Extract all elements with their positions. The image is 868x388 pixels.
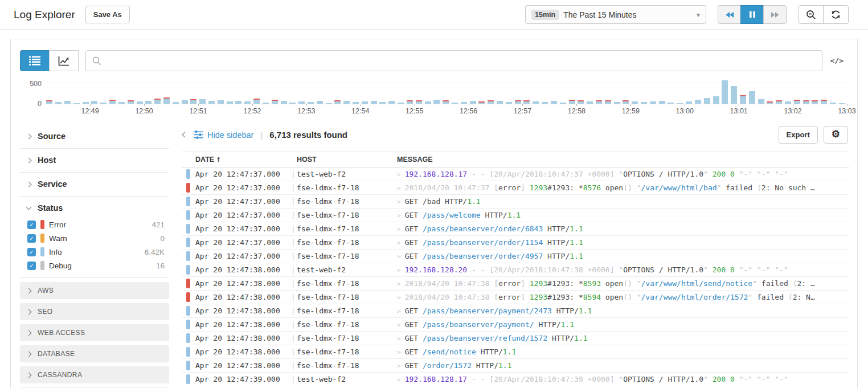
facet-group-seo[interactable]: SEO (20, 303, 169, 320)
log-row[interactable]: Apr 20 12:47:38.000|fse-ldmx-f7-18>GET /… (182, 345, 849, 359)
histogram-bar (180, 80, 189, 104)
facet-group-cassandra[interactable]: CASSANDRA (20, 366, 169, 383)
log-row[interactable]: Apr 20 12:47:38.000|fse-ldmx-f7-18>GET /… (182, 359, 849, 373)
log-table: DATE↑ HOST MESSAGE Apr 20 12:47:37.000|t… (182, 152, 849, 386)
expand-chevron-icon: > (397, 226, 401, 233)
message-token: [ (494, 183, 498, 192)
histogram-bar (406, 80, 415, 104)
log-row[interactable]: Apr 20 12:47:38.000|fse-ldmx-f7-18>2018/… (182, 277, 849, 291)
message-token: "-" "-" "-" (739, 375, 788, 383)
chevron-right-icon (26, 309, 32, 315)
histogram-bar (459, 80, 468, 104)
facet-status[interactable]: Status (20, 197, 169, 218)
log-row[interactable]: Apr 20 12:47:39.000|test-web-f2>192.168.… (182, 373, 849, 386)
log-row[interactable]: Apr 20 12:47:37.000|fse-ldmx-f7-18>GET /… (182, 209, 849, 222)
rewind-button[interactable] (718, 5, 741, 24)
checkbox-checked[interactable]: ✓ (27, 234, 36, 243)
log-message: >GET /bad HTTP/1.1 (397, 197, 849, 206)
log-row[interactable]: Apr 20 12:47:37.000|fse-ldmx-f7-18>GET /… (182, 222, 849, 236)
log-row[interactable]: Apr 20 12:47:37.000|fse-ldmx-f7-18>GET /… (182, 236, 849, 250)
histogram-bars[interactable] (45, 80, 847, 104)
time-range-select[interactable]: 15min The Past 15 Minutes ▾ (525, 5, 706, 24)
message-token: 1.1 (503, 348, 516, 356)
checkbox-checked[interactable]: ✓ (27, 220, 36, 229)
status-indicator-cell (182, 224, 195, 234)
status-item-error[interactable]: ✓Error421 (20, 218, 169, 231)
status-item-debug[interactable]: ✓Debug16 (20, 259, 169, 272)
status-item-warn[interactable]: ✓Warn0 (20, 231, 169, 245)
message-token: GET /bad HTTP/ (405, 197, 468, 206)
pause-button[interactable] (740, 5, 764, 24)
log-row[interactable]: Apr 20 12:47:38.000|test-web-f2>192.168.… (182, 263, 849, 277)
info-bar-segment (227, 101, 233, 104)
save-as-button[interactable]: Save As (85, 6, 130, 23)
histogram-plot (45, 80, 847, 104)
log-row[interactable]: Apr 20 12:47:38.000|fse-ldmx-f7-18>GET /… (182, 318, 849, 332)
message-token: ( (788, 293, 793, 301)
log-row[interactable]: Apr 20 12:47:37.000|fse-ldmx-f7-18>2018/… (182, 181, 849, 195)
log-message: >GET /order/1572 HTTP/1.1 (397, 361, 849, 370)
log-row[interactable]: Apr 20 12:47:37.000|fse-ldmx-f7-18>GET /… (182, 250, 849, 263)
status-count: 0 (160, 234, 165, 243)
facet-service[interactable]: Service (20, 173, 169, 197)
histogram-bar (711, 80, 720, 104)
search-input[interactable] (106, 56, 816, 66)
zoom-refresh-group (798, 5, 849, 24)
histogram-bar (522, 80, 531, 104)
checkbox-checked[interactable]: ✓ (27, 248, 36, 256)
message-token: failed (757, 279, 793, 288)
message-token: ] (521, 183, 525, 192)
chevron-down-icon: ▾ (697, 11, 700, 19)
log-histogram: 500 0 12:4912:5012:5112:5212:5312:5412:5… (19, 80, 847, 118)
export-button[interactable]: Export (779, 126, 818, 144)
log-row[interactable]: Apr 20 12:47:38.000|fse-ldmx-f7-18>2018/… (182, 291, 849, 304)
info-bar-segment (388, 101, 395, 104)
zoom-out-button[interactable] (798, 5, 824, 24)
histogram-bar (162, 80, 171, 104)
log-row[interactable]: Apr 20 12:47:37.000|fse-ldmx-f7-18>GET /… (182, 195, 849, 209)
info-bar-segment (478, 103, 485, 104)
log-row[interactable]: Apr 20 12:47:38.000|fse-ldmx-f7-18>GET /… (182, 332, 849, 345)
facet-group-web-access[interactable]: WEB ACCESS (20, 324, 169, 341)
histogram-bar (838, 80, 847, 104)
x-axis-tick (415, 104, 415, 106)
message-token: #1293: (547, 183, 579, 192)
facet-group-database[interactable]: DATABASE (20, 345, 169, 362)
facet-source[interactable]: Source (20, 125, 169, 149)
refresh-button[interactable] (823, 5, 849, 24)
status-indicator-cell (182, 251, 195, 261)
hide-sidebar-link[interactable]: Hide sidebar (194, 130, 253, 140)
log-row[interactable]: Apr 20 12:47:37.000|test-web-f2>192.168.… (182, 168, 849, 181)
status-item-info[interactable]: ✓Info6.42K (20, 245, 169, 259)
info-bar-segment (758, 99, 764, 104)
search-row: </> (20, 50, 848, 71)
collapse-sidebar-chevron-icon[interactable] (182, 132, 188, 138)
facet-host[interactable]: Host (20, 149, 169, 173)
column-header-date[interactable]: DATE↑ (195, 156, 291, 164)
list-view-toggle[interactable] (20, 50, 50, 71)
message-token: /pass/beanserver/payment/ (423, 320, 534, 329)
message-token: 8593 (583, 279, 601, 288)
facet-group-aws[interactable]: AWS (20, 282, 169, 299)
graph-view-toggle[interactable] (49, 50, 79, 71)
histogram-bar (54, 80, 63, 104)
fast-forward-button[interactable] (763, 5, 787, 24)
message-token: 1.1 (467, 197, 480, 206)
status-indicator-info (186, 238, 190, 247)
x-axis-tick-label: 12:57 (514, 107, 531, 115)
refresh-icon (831, 10, 841, 19)
top-bar: Log Explorer Save As 15min The Past 15 M… (0, 0, 868, 30)
chevron-right-icon (26, 372, 32, 378)
settings-button[interactable]: ⚙ (824, 126, 848, 144)
log-row[interactable]: Apr 20 12:47:38.000|fse-ldmx-f7-18>GET /… (182, 304, 849, 318)
expand-chevron-icon: > (397, 253, 401, 260)
expand-chevron-icon: > (397, 280, 401, 288)
checkbox-checked[interactable]: ✓ (27, 262, 36, 270)
expand-chevron-icon: > (397, 185, 401, 192)
message-token: #1293: (547, 279, 579, 288)
code-mode-icon[interactable]: </> (830, 56, 844, 65)
info-bar-segment (145, 101, 152, 104)
x-axis-tick-label: 12:55 (406, 107, 423, 115)
message-token (632, 293, 637, 301)
x-axis-tick (522, 104, 523, 106)
